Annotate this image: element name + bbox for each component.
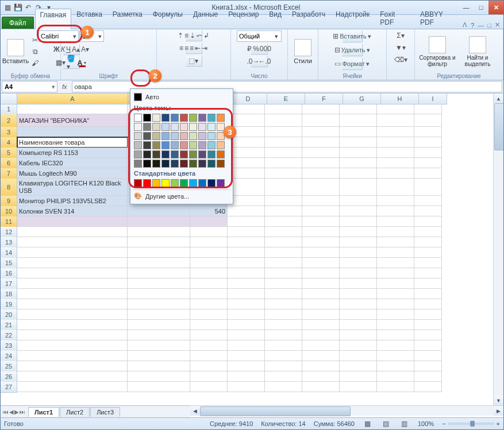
clear-icon[interactable]: ⌫▾	[395, 55, 406, 65]
cell-I12[interactable]	[414, 227, 442, 237]
ribbon-tab-Формулы[interactable]: Формулы	[148, 8, 188, 29]
cell-A3[interactable]	[17, 127, 128, 137]
cell-D26[interactable]	[228, 371, 265, 382]
ribbon-tab-Рецензир[interactable]: Рецензир	[223, 8, 264, 29]
row-header-25[interactable]: 25	[1, 361, 17, 372]
view-layout-icon[interactable]: ▤	[381, 419, 391, 429]
cell-C23[interactable]	[190, 340, 228, 351]
color-swatch[interactable]	[134, 150, 142, 158]
col-header-D[interactable]: D	[229, 94, 267, 104]
sheet-tab-Лист2[interactable]: Лист2	[60, 407, 90, 417]
italic-icon[interactable]: К	[61, 44, 65, 55]
name-box[interactable]: ▾	[2, 81, 57, 92]
cell-H2[interactable]	[377, 114, 414, 127]
cell-I16[interactable]	[414, 268, 442, 278]
col-header-H[interactable]: H	[381, 94, 419, 104]
ribbon-tab-Разметка[interactable]: Разметка	[107, 8, 148, 29]
color-swatch[interactable]	[143, 141, 151, 149]
undo-icon[interactable]: ↶	[24, 3, 33, 12]
row-header-1[interactable]: 1	[1, 104, 17, 115]
cell-H11[interactable]	[377, 216, 414, 227]
cell-F26[interactable]	[302, 371, 340, 382]
color-swatch[interactable]	[180, 123, 188, 131]
color-swatch[interactable]	[171, 179, 179, 187]
cell-I22[interactable]	[414, 330, 442, 340]
color-swatch[interactable]	[207, 150, 216, 158]
cell-A5[interactable]: Компьютер RS 1153	[17, 148, 128, 158]
cell-I14[interactable]	[414, 247, 442, 258]
cell-B20[interactable]	[128, 309, 190, 320]
color-swatch[interactable]	[143, 114, 151, 122]
cell-G17[interactable]	[340, 278, 377, 289]
row-header-17[interactable]: 17	[1, 278, 17, 289]
color-swatch[interactable]	[217, 150, 225, 158]
cell-G1[interactable]	[340, 104, 377, 114]
cell-C22[interactable]	[190, 330, 228, 340]
horizontal-scrollbar[interactable]: ◀ ▶	[190, 405, 503, 416]
cell-E26[interactable]	[265, 371, 302, 382]
row-header-11[interactable]: 11	[1, 216, 17, 227]
cell-I21[interactable]	[414, 320, 442, 330]
color-swatch[interactable]	[198, 150, 206, 158]
fill-icon[interactable]: ▼▾	[395, 42, 406, 53]
cell-G8[interactable]	[340, 179, 377, 196]
align-bottom-icon[interactable]: ⇣	[190, 30, 195, 41]
cell-G27[interactable]	[340, 382, 377, 392]
cell-I7[interactable]	[414, 168, 442, 179]
row-header-2[interactable]: 2	[1, 114, 17, 127]
cell-G20[interactable]	[340, 309, 377, 320]
cell-D19[interactable]	[228, 299, 265, 309]
zoom-level[interactable]: 100%	[418, 420, 434, 427]
cell-A26[interactable]	[17, 371, 128, 382]
cell-F19[interactable]	[302, 299, 340, 309]
color-swatch[interactable]	[171, 132, 179, 140]
mdi-close-icon[interactable]: ✕	[495, 21, 500, 29]
cell-H7[interactable]	[377, 168, 414, 179]
cell-A9[interactable]: Монитор PHILIPS 193V5LSB2	[17, 196, 128, 206]
cell-H14[interactable]	[377, 247, 414, 258]
find-select-button[interactable]: Найти и выделить	[459, 36, 496, 67]
cell-B14[interactable]	[128, 247, 190, 258]
cell-I24[interactable]	[414, 351, 442, 361]
color-swatch[interactable]	[207, 123, 216, 131]
cell-F3[interactable]	[302, 127, 340, 137]
cell-H5[interactable]	[377, 148, 414, 158]
cell-I5[interactable]	[414, 148, 442, 158]
cell-D10[interactable]	[228, 206, 265, 216]
cell-F9[interactable]	[302, 196, 340, 206]
align-top-icon[interactable]: ⇡	[178, 30, 183, 41]
cell-F23[interactable]	[302, 340, 340, 351]
cell-H24[interactable]	[377, 351, 414, 361]
autosum-icon[interactable]: Σ▾	[395, 30, 406, 41]
color-swatch[interactable]	[161, 132, 170, 140]
row-header-9[interactable]: 9	[1, 196, 17, 207]
cell-G22[interactable]	[340, 330, 377, 340]
insert-cells-button[interactable]: ⊞Вставить ▾	[343, 30, 363, 42]
cell-B21[interactable]	[128, 320, 190, 330]
cell-D23[interactable]	[228, 340, 265, 351]
color-swatch[interactable]	[161, 123, 170, 131]
row-header-13[interactable]: 13	[1, 237, 17, 248]
cell-H16[interactable]	[377, 268, 414, 278]
cell-E15[interactable]	[265, 258, 302, 268]
color-swatch[interactable]	[134, 114, 142, 122]
row-header-14[interactable]: 14	[1, 247, 17, 258]
cell-I3[interactable]	[414, 127, 442, 137]
color-swatch[interactable]	[217, 179, 225, 187]
cell-C15[interactable]	[190, 258, 228, 268]
cell-D25[interactable]	[228, 361, 265, 371]
cell-A27[interactable]	[17, 382, 128, 392]
close-button[interactable]: ✕	[488, 1, 503, 14]
cell-A25[interactable]	[17, 361, 128, 371]
comma-icon[interactable]: 000	[260, 44, 271, 54]
ribbon-tab-ABBYY PDF[interactable]: ABBYY PDF	[415, 8, 463, 29]
cell-B18[interactable]	[128, 289, 190, 299]
color-swatch[interactable]	[134, 123, 142, 131]
cell-G11[interactable]	[340, 216, 377, 227]
cell-G4[interactable]	[340, 137, 377, 148]
cell-H25[interactable]	[377, 361, 414, 371]
cell-H17[interactable]	[377, 278, 414, 289]
cell-E1[interactable]	[265, 104, 302, 114]
cell-A11[interactable]	[17, 216, 128, 227]
cell-D17[interactable]	[228, 278, 265, 289]
